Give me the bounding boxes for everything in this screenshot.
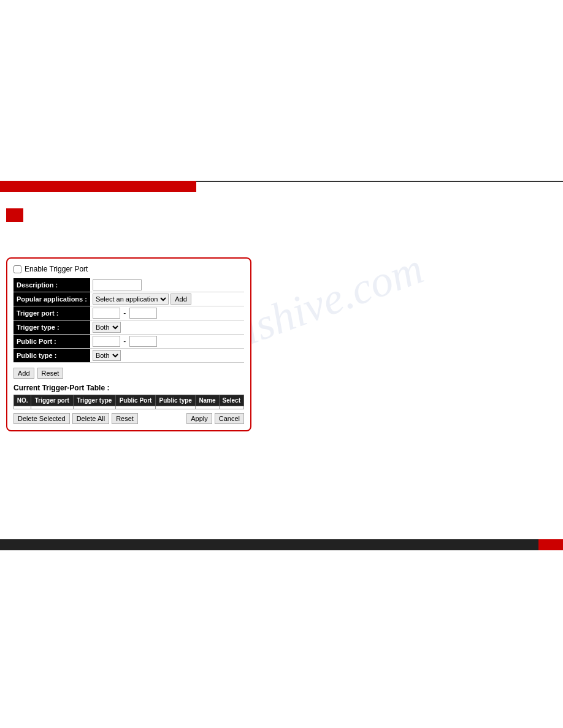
trigger-type-row: Trigger type : Both TCP UDP <box>13 320 244 335</box>
top-banner-white-bar <box>196 181 563 192</box>
public-port-label: Public Port : <box>13 335 90 349</box>
add-reset-row: Add Reset <box>13 368 244 379</box>
delete-selected-button[interactable]: Delete Selected <box>13 413 70 424</box>
col-public-port: Public Port <box>116 395 156 406</box>
popular-applications-add-button[interactable]: Add <box>170 294 191 305</box>
public-port-row: Public Port : - <box>13 335 244 349</box>
bottom-bar-red-square <box>538 539 563 550</box>
enable-trigger-port-row: Enable Trigger Port <box>13 265 244 273</box>
public-port-input1[interactable] <box>93 336 120 347</box>
trigger-port-input2[interactable] <box>129 308 157 319</box>
popular-applications-cell: Select an application Add <box>90 292 244 306</box>
trigger-type-label: Trigger type : <box>13 320 90 335</box>
apply-button[interactable]: Apply <box>186 413 212 424</box>
description-row: Description : <box>13 278 244 292</box>
description-cell <box>90 278 244 292</box>
description-input[interactable] <box>93 279 142 290</box>
trigger-port-table: NO. Trigger port Trigger type Public Por… <box>13 395 244 409</box>
description-label: Description : <box>13 278 90 292</box>
empty-no <box>14 406 31 409</box>
public-type-select[interactable]: Both TCP UDP <box>93 350 121 361</box>
trigger-port-row: Trigger port : - <box>13 306 244 320</box>
empty-trigger-port <box>31 406 73 409</box>
bottom-button-row: Delete Selected Delete All Reset Apply C… <box>13 413 244 424</box>
trigger-port-input1[interactable] <box>93 308 120 319</box>
empty-public-port <box>116 406 156 409</box>
trigger-port-separator: - <box>123 309 126 317</box>
cancel-button[interactable]: Cancel <box>215 413 244 424</box>
form-fields-table: Description : Popular applications : Sel… <box>13 278 244 363</box>
trigger-port-label: Trigger port : <box>13 306 90 320</box>
public-type-cell: Both TCP UDP <box>90 349 244 363</box>
public-port-cell: - <box>90 335 244 349</box>
reset-button[interactable]: Reset <box>37 368 64 379</box>
popular-applications-select[interactable]: Select an application <box>93 294 169 305</box>
col-trigger-port: Trigger port <box>31 395 73 406</box>
bottom-reset-button[interactable]: Reset <box>112 413 138 424</box>
public-port-separator: - <box>123 337 126 346</box>
delete-all-button[interactable]: Delete All <box>72 413 109 424</box>
public-type-label: Public type : <box>13 349 90 363</box>
col-public-type: Public type <box>156 395 196 406</box>
table-row <box>14 406 244 409</box>
empty-public-type <box>156 406 196 409</box>
col-name: Name <box>196 395 219 406</box>
trigger-type-cell: Both TCP UDP <box>90 320 244 335</box>
empty-select <box>219 406 243 409</box>
bottom-right-buttons: Apply Cancel <box>186 413 244 424</box>
public-port-input2[interactable] <box>129 336 157 347</box>
trigger-type-select[interactable]: Both TCP UDP <box>93 322 121 333</box>
enable-trigger-port-checkbox[interactable] <box>13 265 21 273</box>
add-button[interactable]: Add <box>13 368 34 379</box>
empty-name <box>196 406 219 409</box>
table-label: Current Trigger-Port Table : <box>13 384 244 392</box>
empty-trigger-type <box>73 406 116 409</box>
bottom-left-buttons: Delete Selected Delete All Reset <box>13 413 138 424</box>
enable-trigger-port-label: Enable Trigger Port <box>25 265 88 273</box>
col-select: Select <box>219 395 243 406</box>
trigger-port-form: Enable Trigger Port Description : Popula… <box>6 257 251 431</box>
red-square-icon <box>6 208 23 222</box>
col-no: NO. <box>14 395 31 406</box>
trigger-port-cell: - <box>90 306 244 320</box>
bottom-bar <box>0 539 563 550</box>
popular-applications-label: Popular applications : <box>13 292 90 306</box>
col-trigger-type: Trigger type <box>73 395 116 406</box>
popular-applications-row: Popular applications : Select an applica… <box>13 292 244 306</box>
table-header-row: NO. Trigger port Trigger type Public Por… <box>14 395 244 406</box>
public-type-row: Public type : Both TCP UDP <box>13 349 244 363</box>
